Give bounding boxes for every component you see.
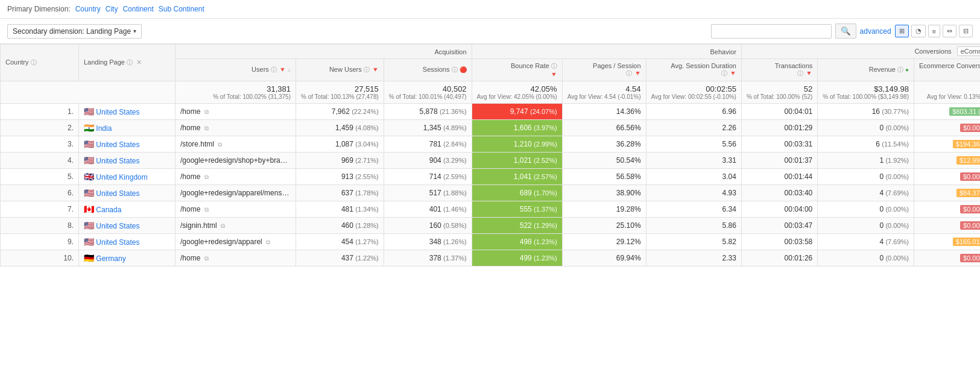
cell-bounce-rate: 50.54% [562,153,646,169]
cell-sessions: 555 (1.37%) [472,201,562,218]
country-link[interactable]: United States [96,222,139,230]
dim-subcontinent[interactable]: Sub Continent [159,5,204,13]
country-link[interactable]: United States [96,157,139,165]
landing-close-icon[interactable]: ✕ [136,58,142,66]
cell-revenue: $194.36 (6.17%) [914,136,980,153]
cell-country: 🇺🇸 United States [79,185,175,201]
cell-sessions: 1,041 (2.57%) [472,169,562,185]
col-sessions[interactable]: Sessions ⓘ 🔴 [384,59,472,81]
users-help-icon[interactable]: ⓘ [271,66,277,73]
link-icon[interactable]: ⧉ [266,239,270,245]
users-filter-icon[interactable]: 🔻 [279,66,286,73]
search-input[interactable] [711,24,832,39]
ecommerce-dropdown[interactable]: eCommerce ▾ [957,46,980,56]
cell-revenue: $0.00 (0.00%) [914,218,980,234]
cell-row-num: 8. [1,218,79,234]
advanced-link[interactable]: advanced [860,27,891,36]
comparison-view-icon[interactable]: ⇔ [943,25,956,37]
avg-help-icon[interactable]: ⓘ [721,70,727,77]
chevron-down-icon: ▾ [133,28,136,34]
cell-users: 637 (1.78%) [296,185,384,201]
totals-revenue: $3,149.98 % of Total: 100.00% ($3,149.98… [818,81,914,104]
country-link[interactable]: United States [96,238,139,247]
cell-new-users: 160 (0.58%) [384,218,472,234]
country-link[interactable]: United States [96,108,139,116]
col-new-users[interactable]: New Users ⓘ 🔻 [296,59,384,81]
col-ecommerce-rate[interactable]: Ecommerce Conversion Rate ⓘ 🔻 [914,59,980,81]
cell-users: 460 (1.28%) [296,218,384,234]
flag: 🇺🇸 [84,221,94,230]
dim-continent[interactable]: Continent [122,5,153,13]
search-button[interactable]: 🔍 [835,24,856,39]
col-avg-session[interactable]: Avg. Session Duration ⓘ 🔻 [646,59,741,81]
col-revenue[interactable]: Revenue ⓘ ● [818,59,914,81]
cell-avg-session: 00:01:26 [741,250,817,266]
cell-new-users: 1,345 (4.89%) [384,120,472,136]
bounce-help-icon[interactable]: ⓘ [551,63,557,69]
pie-view-icon[interactable]: ◔ [911,25,926,37]
cell-bounce-rate: 56.58% [562,169,646,185]
totals-row: 31,381 % of Total: 100.02% (31,375) 27,5… [1,81,981,104]
col-users[interactable]: Users ⓘ 🔻 ↓ [175,59,296,81]
flag: 🇺🇸 [84,156,94,165]
sessions-filter-icon[interactable]: 🔴 [460,66,467,73]
flag: 🇬🇧 [84,172,94,181]
cell-avg-session: 00:03:31 [741,136,817,153]
cell-transactions: 0 (0.00%) [818,218,914,234]
cell-bounce-rate: 69.94% [562,250,646,266]
table-row: 2. 🇮🇳 India /home ⧉ 1,459 (4.08%) 1,345 … [1,120,981,136]
cell-revenue: $84.37 (2.68%) [914,185,980,201]
cell-revenue: $0.00 (0.00%) [914,250,980,266]
dim-city[interactable]: City [106,5,118,13]
pages-filter-icon[interactable]: 🔻 [634,70,641,77]
dim-country[interactable]: Country [75,5,101,13]
table-row: 10. 🇩🇪 Germany /home ⧉ 437 (1.22%) 378 (… [1,250,981,266]
cell-row-num: 6. [1,185,79,201]
link-icon[interactable]: ⧉ [204,125,209,131]
country-link[interactable]: United States [96,189,139,198]
pivot-view-icon[interactable]: ⊟ [959,25,973,37]
cell-row-num: 7. [1,201,79,218]
link-icon[interactable]: ⧉ [204,206,209,213]
flag: 🇩🇪 [84,253,94,263]
cell-avg-session: 00:04:00 [741,201,817,218]
cell-new-users: 378 (1.37%) [384,250,472,266]
link-icon[interactable]: ⧉ [218,141,222,148]
cell-country: 🇨🇦 Canada [79,201,175,218]
avg-filter-icon[interactable]: 🔻 [729,70,736,77]
cell-row-num: 4. [1,153,79,169]
country-link[interactable]: Canada [96,206,121,214]
table-view-icon[interactable]: ⊞ [895,25,909,37]
col-transactions[interactable]: Transactions ⓘ 🔻 [741,59,817,81]
link-icon[interactable]: ⧉ [204,109,209,115]
newusers-help-icon[interactable]: ⓘ [364,66,370,73]
country-link[interactable]: India [96,124,112,133]
trans-filter-icon[interactable]: 🔻 [805,70,812,77]
link-icon[interactable]: ⧉ [204,174,209,180]
col-pages-session[interactable]: Pages / Session ⓘ 🔻 [562,59,646,81]
cell-bounce-rate: 38.90% [562,185,646,201]
cell-pages-session: 5.86 [646,218,741,234]
link-icon[interactable]: ⧉ [204,255,209,262]
sessions-help-icon[interactable]: ⓘ [452,66,458,73]
cell-row-num: 5. [1,169,79,185]
country-link[interactable]: Germany [96,254,125,263]
bounce-filter-icon[interactable]: 🔻 [550,71,557,78]
users-sort-icon[interactable]: ↓ [288,66,291,73]
cell-bounce-rate: 36.28% [562,136,646,153]
revenue-help-icon[interactable]: ⓘ [897,66,903,73]
country-link[interactable]: United States [96,140,139,149]
trans-help-icon[interactable]: ⓘ [797,70,803,77]
landing-help-icon[interactable]: ⓘ [127,59,133,66]
bar-view-icon[interactable]: ≡ [928,25,940,37]
country-link[interactable]: United Kingdom [96,173,147,181]
pages-help-icon[interactable]: ⓘ [626,70,632,77]
totals-sessions: 40,502 % of Total: 100.01% (40,497) [384,81,472,104]
newusers-filter-icon[interactable]: 🔻 [371,66,379,73]
link-icon[interactable]: ⧉ [221,222,225,229]
help-icon[interactable]: ⓘ [31,59,37,66]
cell-sessions: 1,606 (3.97%) [472,120,562,136]
col-bounce-rate[interactable]: Bounce Rate ⓘ 🔻 [472,59,562,81]
cell-bounce-rate: 14.36% [562,104,646,120]
secondary-dimension-dropdown[interactable]: Secondary dimension: Landing Page ▾ [7,24,142,39]
